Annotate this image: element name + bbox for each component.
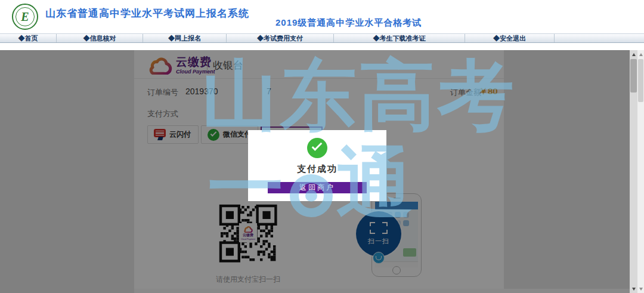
nav-filler — [555, 34, 644, 42]
logo-letter: E — [16, 7, 35, 26]
outer-scrollbar-thumb[interactable] — [638, 59, 643, 102]
site-header: E 山东省普通高中学业水平考试网上报名系统 2019级普通高中学业水平合格考试 — [0, 0, 644, 33]
nav-item-exam-fee-payment[interactable]: ◆考试费用支付 — [227, 34, 334, 42]
inner-scroll-down-icon[interactable] — [630, 285, 637, 293]
outer-scroll-up-icon[interactable] — [637, 50, 644, 58]
nav-gap — [0, 44, 644, 50]
page: E 山东省普通高中学业水平考试网上报名系统 2019级普通高中学业水平合格考试 … — [0, 0, 644, 293]
exam-subtitle: 2019级普通高中学业水平合格考试 — [275, 17, 422, 29]
inner-scrollbar[interactable] — [630, 50, 637, 293]
payment-success-text: 支付成功 — [297, 164, 338, 175]
check-circle-icon — [307, 138, 327, 158]
inner-scroll-up-icon[interactable] — [630, 50, 637, 58]
page-title: 山东省普通高中学业水平考试网上报名系统 — [45, 7, 249, 20]
site-logo-icon: E — [12, 4, 38, 30]
return-to-merchant-button[interactable]: 返回商户 — [268, 182, 367, 193]
nav-item-home[interactable]: ◆首页 — [0, 34, 57, 42]
main-nav: ◆首页 ◆信息核对 ◆网上报名 ◆考试费用支付 ◆考生下载准考证 ◆安全退出 — [0, 33, 644, 43]
outer-scrollbar[interactable] — [637, 50, 644, 293]
payment-success-dialog: 支付成功 返回商户 — [248, 130, 386, 201]
inner-scrollbar-thumb[interactable] — [630, 59, 637, 92]
nav-item-online-registration[interactable]: ◆网上报名 — [143, 34, 227, 42]
nav-item-safe-logout[interactable]: ◆安全退出 — [465, 34, 555, 42]
nav-item-download-admission-ticket[interactable]: ◆考生下载准考证 — [334, 34, 465, 42]
nav-item-info-check[interactable]: ◆信息核对 — [57, 34, 143, 42]
outer-scroll-down-icon[interactable] — [637, 285, 644, 293]
